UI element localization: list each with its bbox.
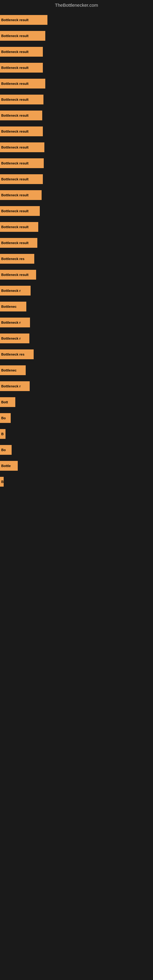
bar-row: Bottleneck result xyxy=(0,139,153,155)
bottleneck-bar[interactable]: Bottleneck result xyxy=(0,47,43,57)
bottleneck-bar[interactable]: Bottleneck result xyxy=(0,174,43,184)
bar-row: Bottleneck result xyxy=(0,267,153,283)
bar-row: Bott xyxy=(0,394,153,410)
bottleneck-bar[interactable]: Bottleneck result xyxy=(0,158,44,168)
bottleneck-bar[interactable]: Bottleneck result xyxy=(0,95,43,105)
bottleneck-bar[interactable]: Bottleneck result xyxy=(0,142,45,152)
bar-row: Bo xyxy=(0,410,153,426)
bar-label: Bottleneck result xyxy=(1,130,29,133)
bar-label: Bo xyxy=(1,416,6,420)
bar-label: Bottleneck result xyxy=(1,193,29,197)
bottleneck-bar[interactable]: Bottleneck result xyxy=(0,63,43,73)
bar-row: B xyxy=(0,474,153,490)
bar-row: Bottleneck result xyxy=(0,12,153,28)
bar-row: Bottleneck result xyxy=(0,60,153,76)
bar-label: Bottleneck r xyxy=(1,384,21,388)
bottleneck-bar[interactable]: Bottleneck r xyxy=(0,286,30,296)
bar-row: Bottleneck res xyxy=(0,251,153,267)
bar-label: Bottleneck result xyxy=(1,177,29,181)
bar-row xyxy=(0,490,153,506)
bar-row xyxy=(0,554,153,569)
bottleneck-bar[interactable]: Bottleneck r xyxy=(0,381,30,391)
header: TheBottlenecker.com xyxy=(0,0,153,9)
bar-label: Bottleneck result xyxy=(1,50,29,54)
bottleneck-bar[interactable]: Bottleneck result xyxy=(0,31,45,41)
bottleneck-bar[interactable]: Bottleneck result xyxy=(0,206,40,216)
bar-label: Bottleneck result xyxy=(1,209,29,213)
bar-label: Bottlenec xyxy=(1,305,16,309)
bar-row: Bottleneck result xyxy=(0,171,153,187)
bar-row: Bottleneck result xyxy=(0,219,153,235)
bottleneck-bar[interactable]: Bottleneck result xyxy=(0,238,37,248)
bar-label: Bottleneck result xyxy=(1,34,29,38)
bar-label: B xyxy=(1,480,4,484)
bottleneck-bar[interactable]: Bott xyxy=(0,397,15,407)
bar-row xyxy=(0,569,153,585)
bar-label: Bottleneck result xyxy=(1,18,29,22)
bar-row: Bottleneck result xyxy=(0,203,153,219)
bar-label: Bott xyxy=(1,400,8,404)
bar-label: Bottleneck result xyxy=(1,161,29,165)
bar-row: Bottlenec xyxy=(0,362,153,378)
bar-row xyxy=(0,538,153,554)
bottleneck-bar[interactable]: Bottleneck res xyxy=(0,350,33,359)
bar-row: Bottleneck r xyxy=(0,315,153,331)
bar-label: Bottlenec xyxy=(1,368,16,372)
bottleneck-bar[interactable]: Bottleneck result xyxy=(0,15,48,25)
bar-label: Bottleneck result xyxy=(1,114,29,117)
bar-label: Bottleneck result xyxy=(1,225,29,229)
bottleneck-bar[interactable]: Bottleneck result xyxy=(0,111,42,120)
bar-row: Bottleneck result xyxy=(0,108,153,123)
bar-label: B xyxy=(1,432,4,436)
bottleneck-bar[interactable]: Bottlenec xyxy=(0,302,26,312)
bar-row: Bottlenec xyxy=(0,299,153,315)
bottleneck-bar[interactable]: Bottleneck result xyxy=(0,222,38,232)
bottleneck-bar[interactable]: Bottleneck result xyxy=(0,190,41,200)
bottleneck-bar[interactable]: Bottleneck r xyxy=(0,318,30,328)
bar-row: Bottleneck result xyxy=(0,92,153,108)
bar-row: Bottleneck r xyxy=(0,283,153,299)
bar-row: Bottleneck result xyxy=(0,28,153,44)
bar-row: Bottleneck r xyxy=(0,378,153,394)
bottleneck-bar[interactable]: Bo xyxy=(0,445,12,455)
bar-label: Bottle xyxy=(1,464,11,468)
bar-label: Bottleneck res xyxy=(1,353,24,356)
bottleneck-bar[interactable]: Bottleneck result xyxy=(0,79,45,89)
bar-label: Bottleneck result xyxy=(1,241,29,245)
bottleneck-bar[interactable]: Bottle xyxy=(0,461,18,471)
bar-label: Bottleneck result xyxy=(1,82,29,86)
bar-row xyxy=(0,522,153,538)
bar-label: Bottleneck res xyxy=(1,257,24,261)
bar-row xyxy=(0,601,153,617)
bottleneck-bar[interactable]: B xyxy=(0,477,4,487)
bar-row xyxy=(0,506,153,522)
bar-label: Bottleneck result xyxy=(1,145,29,149)
bar-row: Bottleneck res xyxy=(0,346,153,362)
bottleneck-bar[interactable]: Bottleneck result xyxy=(0,126,43,136)
bottleneck-bar[interactable]: B xyxy=(0,429,5,439)
bar-label: Bottleneck r xyxy=(1,321,21,324)
bar-label: Bottleneck result xyxy=(1,98,29,101)
bar-label: Bottleneck result xyxy=(1,66,29,70)
bottleneck-bar[interactable]: Bottleneck res xyxy=(0,254,34,264)
bar-label: Bo xyxy=(1,448,6,452)
bar-row: Bottleneck result xyxy=(0,155,153,171)
bar-label: Bottleneck r xyxy=(1,337,21,340)
bottleneck-bar[interactable]: Bottlenec xyxy=(0,365,26,375)
bottleneck-bar[interactable]: Bottleneck result xyxy=(0,270,36,280)
bottleneck-bar[interactable]: Bottleneck r xyxy=(0,334,29,343)
bar-row xyxy=(0,585,153,601)
bar-row: Bottleneck result xyxy=(0,44,153,60)
bar-label: Bottleneck r xyxy=(1,289,21,293)
chart-area: Bottleneck resultBottleneck resultBottle… xyxy=(0,9,153,620)
bar-row: Bottleneck result xyxy=(0,123,153,139)
bar-row: Bottle xyxy=(0,458,153,474)
bar-label: Bottleneck result xyxy=(1,273,29,277)
bar-row: Bottleneck result xyxy=(0,187,153,203)
bar-row: B xyxy=(0,426,153,442)
site-title: TheBottlenecker.com xyxy=(55,2,98,8)
bottleneck-bar[interactable]: Bo xyxy=(0,413,11,423)
bar-row: Bottleneck r xyxy=(0,331,153,346)
bar-row: Bo xyxy=(0,442,153,458)
bar-row: Bottleneck result xyxy=(0,235,153,251)
